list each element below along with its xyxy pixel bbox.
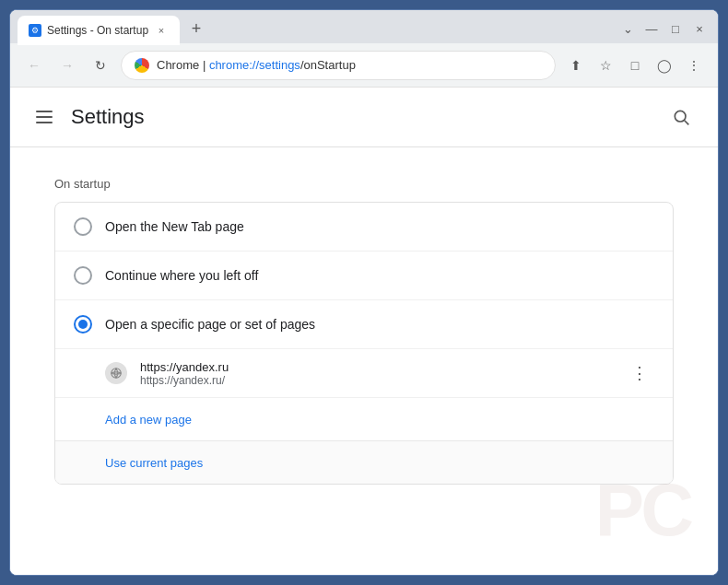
bookmark-icon[interactable]: ☆	[593, 53, 618, 78]
option-new-tab[interactable]: Open the New Tab page	[55, 203, 673, 252]
url-favicon-icon	[105, 362, 127, 384]
radio-specific-pages[interactable]	[74, 315, 92, 333]
svg-line-1	[685, 121, 689, 125]
hamburger-line-3	[36, 122, 53, 123]
refresh-button[interactable]: ↻	[88, 53, 113, 78]
browser-name: Chrome	[157, 58, 199, 72]
address-input[interactable]: Chrome | chrome://settings/onStartup	[121, 51, 556, 80]
options-card: Open the New Tab page Continue where you…	[54, 202, 674, 485]
new-tab-button[interactable]: +	[183, 16, 209, 41]
svg-point-0	[675, 111, 686, 122]
url-info: https://yandex.ru https://yandex.ru/	[140, 360, 612, 387]
hamburger-menu-button[interactable]	[32, 107, 56, 127]
address-icons: ⬆ ☆ □ ◯ ⋮	[563, 53, 707, 78]
option-continue[interactable]: Continue where you left off	[55, 252, 673, 300]
section-title: On startup	[54, 177, 674, 191]
chevron-down-icon[interactable]: ⌄	[616, 18, 639, 40]
maximize-button[interactable]: □	[664, 18, 687, 40]
url-path: settings	[259, 58, 300, 72]
profile-icon[interactable]: ◯	[652, 53, 677, 78]
content-area: Settings On startup Open the New Tab pag…	[10, 88, 718, 575]
page-title: Settings	[71, 105, 145, 129]
search-button[interactable]	[666, 102, 696, 132]
option-specific-pages[interactable]: Open a specific page or set of pages	[55, 300, 673, 349]
hamburger-line-1	[36, 111, 53, 112]
radio-inner-dot	[78, 320, 88, 329]
minimize-button[interactable]: —	[640, 18, 663, 40]
settings-content: On startup Open the New Tab page Continu…	[10, 147, 718, 514]
globe-icon	[110, 367, 123, 380]
separator: |	[203, 58, 209, 72]
chrome-logo-icon	[135, 58, 149, 73]
url-name: https://yandex.ru	[140, 360, 612, 374]
menu-icon[interactable]: ⋮	[681, 53, 707, 78]
hamburger-line-2	[36, 116, 53, 118]
use-current-pages-button[interactable]: Use current pages	[105, 456, 203, 470]
search-icon	[672, 108, 690, 126]
option-new-tab-label: Open the New Tab page	[105, 219, 244, 234]
add-page-row: Add a new page	[55, 398, 673, 441]
url-prefix: chrome://	[209, 58, 259, 72]
active-tab[interactable]: ⚙ Settings - On startup ×	[18, 16, 180, 45]
option-specific-pages-label: Open a specific page or set of pages	[105, 317, 315, 332]
option-continue-label: Continue where you left off	[105, 268, 258, 283]
url-more-button[interactable]: ⋮	[625, 358, 654, 388]
radio-new-tab[interactable]	[74, 217, 92, 236]
svg-point-2	[112, 369, 122, 379]
url-address: https://yandex.ru/	[140, 374, 612, 387]
url-suffix: /onStartup	[300, 58, 356, 72]
address-text: Chrome | chrome://settings/onStartup	[157, 58, 356, 72]
add-new-page-link[interactable]: Add a new page	[105, 413, 192, 427]
tab-title: Settings - On startup	[47, 24, 148, 37]
title-bar: ⚙ Settings - On startup × + ⌄ — □ ×	[10, 10, 718, 43]
settings-header: Settings	[10, 88, 718, 147]
extensions-icon[interactable]: □	[622, 53, 648, 78]
tab-favicon: ⚙	[29, 24, 41, 37]
url-row: https://yandex.ru https://yandex.ru/ ⋮	[55, 349, 673, 398]
forward-button[interactable]: →	[54, 53, 80, 78]
close-button[interactable]: ×	[688, 18, 710, 40]
use-current-row: Use current pages	[55, 441, 673, 484]
settings-header-left: Settings	[32, 105, 145, 129]
tab-close-button[interactable]: ×	[154, 23, 169, 38]
title-bar-actions: ⌄ — □ ×	[616, 18, 710, 40]
address-bar: ← → ↻ Chrome | chrome://settings/onStart…	[10, 43, 718, 88]
back-button[interactable]: ←	[21, 53, 47, 78]
share-icon[interactable]: ⬆	[563, 53, 589, 78]
browser-window: ⚙ Settings - On startup × + ⌄ — □ × ← → …	[9, 9, 719, 576]
radio-continue[interactable]	[74, 266, 92, 285]
